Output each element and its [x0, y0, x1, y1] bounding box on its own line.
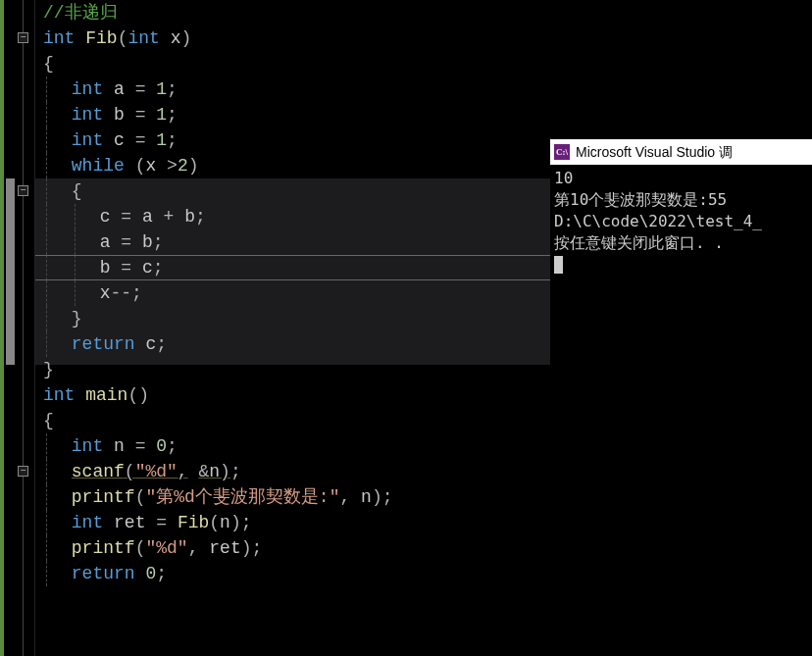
- code-line[interactable]: {: [35, 51, 812, 76]
- code-line[interactable]: //非递归: [35, 0, 812, 25]
- gutter: − − −: [0, 0, 35, 656]
- keyword: int: [43, 28, 75, 48]
- fold-toggle-while[interactable]: −: [18, 185, 28, 196]
- console-cursor: [554, 256, 563, 274]
- fold-toggle-main[interactable]: −: [18, 466, 28, 477]
- code-line[interactable]: int main(): [35, 382, 812, 408]
- code-line[interactable]: scanf("%d", &n);: [35, 459, 812, 484]
- code-line[interactable]: int a = 1;: [35, 76, 812, 102]
- code-line[interactable]: int ret = Fib(n);: [35, 510, 812, 535]
- console-line: 第10个斐波那契数是:55: [554, 189, 808, 211]
- code-line[interactable]: return 0;: [35, 561, 812, 586]
- code-line[interactable]: int n = 0;: [35, 433, 812, 459]
- comment: //非递归: [43, 3, 118, 23]
- gutter-highlight: [6, 178, 15, 365]
- code-line[interactable]: int Fib(int x): [35, 25, 812, 51]
- func-name: Fib: [85, 28, 117, 48]
- console-line: 10: [554, 168, 808, 189]
- vs-icon: C:\: [554, 144, 570, 160]
- console-output: 10 第10个斐波那契数是:55 D:\C\code\2022\test_4_ …: [550, 165, 812, 278]
- debug-console-window[interactable]: C:\ Microsoft Visual Studio 调 10 第10个斐波那…: [550, 139, 812, 365]
- code-line[interactable]: int b = 1;: [35, 102, 812, 127]
- change-indicator: [0, 0, 4, 656]
- console-title-bar[interactable]: C:\ Microsoft Visual Studio 调: [550, 139, 812, 165]
- console-line: D:\C\code\2022\test_4_: [554, 211, 808, 232]
- code-line[interactable]: {: [35, 408, 812, 433]
- fold-line: [23, 0, 24, 656]
- console-line: 按任意键关闭此窗口. .: [554, 232, 808, 254]
- code-line[interactable]: printf("%d", ret);: [35, 535, 812, 561]
- fold-toggle-fib[interactable]: −: [18, 32, 28, 43]
- console-title-text: Microsoft Visual Studio 调: [576, 139, 733, 165]
- code-line[interactable]: printf("第%d个斐波那契数是:", n);: [35, 484, 812, 510]
